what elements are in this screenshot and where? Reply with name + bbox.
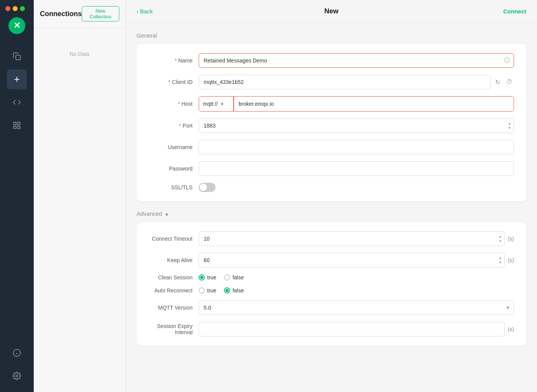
svg-point-10 [16, 375, 18, 377]
svg-rect-6 [18, 126, 20, 128]
auto-reconnect-true-option[interactable]: true [199, 287, 216, 294]
password-label: Password [149, 166, 199, 172]
clock-icon[interactable]: ⏱ [505, 79, 514, 85]
ssl-tls-row: SSL/TLS [149, 183, 514, 192]
main-content: ‹ Back New Connect General *Name ⓘ [126, 0, 537, 392]
clean-session-label: Clean Session [149, 274, 199, 280]
clean-session-radio-group: true false [199, 274, 244, 280]
timeout-spinner: ▲ ▼ [497, 235, 503, 243]
collapse-icon[interactable]: ▲ [165, 211, 169, 217]
clean-session-false-option[interactable]: false [224, 274, 244, 280]
toggle-knob [199, 184, 207, 191]
sidebar-item-connections[interactable] [7, 46, 27, 66]
password-row: Password [149, 161, 514, 176]
username-row: Username [149, 140, 514, 154]
page-title: New [324, 7, 338, 15]
connect-button[interactable]: Connect [503, 8, 526, 15]
port-input[interactable] [199, 118, 514, 133]
back-chevron-icon: ‹ [137, 8, 138, 15]
keep-alive-row: Keep Alive ▲ ▼ (s) [149, 253, 514, 267]
auto-reconnect-row: Auto Reconnect true false [149, 287, 514, 294]
sidebar-item-info[interactable] [7, 343, 27, 363]
back-button[interactable]: ‹ Back [137, 8, 153, 15]
keep-alive-wrapper: ▲ ▼ [199, 253, 505, 267]
info-icon [13, 349, 21, 357]
connect-timeout-label: Connect Timeout [149, 236, 199, 242]
sidebar-nav [7, 43, 27, 343]
clean-session-true-radio[interactable] [199, 274, 205, 280]
keepalive-down-btn[interactable]: ▼ [497, 261, 503, 265]
session-expiry-unit: (s) [508, 326, 514, 332]
clean-session-true-option[interactable]: true [199, 274, 216, 280]
mqtt-version-select-wrapper: 3.1 3.1.1 5.0 ▼ [199, 300, 514, 315]
code-icon [13, 98, 21, 107]
mqtt-version-select[interactable]: 3.1 3.1.1 5.0 [199, 300, 514, 315]
ssl-tls-toggle[interactable] [199, 183, 216, 192]
svg-rect-0 [16, 55, 20, 60]
connect-timeout-input[interactable] [199, 231, 505, 246]
no-data-label: No Data [34, 51, 125, 57]
svg-rect-4 [18, 122, 20, 125]
port-spinner: ▲ ▼ [507, 121, 512, 130]
host-row: *Host mqtt:// ▼ [149, 96, 514, 112]
host-label: *Host [149, 101, 199, 107]
auto-reconnect-false-option[interactable]: false [224, 287, 244, 294]
left-panel: Connections New Collection No Data [34, 0, 126, 392]
name-input-wrapper: ⓘ [199, 53, 514, 68]
timeout-up-btn[interactable]: ▲ [497, 235, 503, 239]
client-id-group: ↻ ⏱ [199, 75, 514, 89]
sidebar-item-add[interactable] [7, 69, 27, 89]
port-input-wrapper: ▲ ▼ [199, 118, 514, 133]
mqtt-version-row: MQTT Version 3.1 3.1.1 5.0 ▼ [149, 300, 514, 315]
session-expiry-label: Session Expiry Interval [149, 323, 199, 335]
info-icon[interactable]: ⓘ [504, 57, 510, 65]
timeout-unit: (s) [508, 236, 514, 242]
auto-reconnect-radio-group: true false [199, 287, 244, 294]
client-id-label: *Client ID [149, 79, 199, 85]
host-protocol-selector[interactable]: mqtt:// ▼ [199, 97, 234, 111]
advanced-section-title: Advanced [137, 210, 162, 217]
timeout-down-btn[interactable]: ▼ [497, 239, 503, 243]
session-expiry-row: Session Expiry Interval (s) [149, 322, 514, 336]
sidebar-item-settings[interactable] [7, 366, 27, 386]
connections-title: Connections [40, 10, 82, 18]
port-up-btn[interactable]: ▲ [507, 121, 512, 126]
protocol-chevron-icon: ▼ [220, 102, 224, 106]
keep-alive-input[interactable] [199, 253, 505, 267]
content-area: General *Name ⓘ *Client ID ↻ [126, 23, 537, 392]
clean-session-false-radio[interactable] [224, 274, 230, 280]
sidebar-item-scripts[interactable] [7, 92, 27, 112]
app-logo[interactable]: ✕ [8, 17, 25, 34]
client-id-input[interactable] [199, 75, 491, 89]
name-input[interactable] [199, 53, 514, 68]
topbar: ‹ Back New Connect [126, 0, 537, 23]
auto-reconnect-true-radio[interactable] [199, 287, 205, 294]
keepalive-spinner: ▲ ▼ [497, 256, 503, 265]
gear-icon [13, 372, 21, 380]
refresh-icon[interactable]: ↻ [494, 79, 502, 86]
svg-rect-5 [14, 126, 16, 128]
ssl-tls-label: SSL/TLS [149, 184, 199, 190]
ssl-tls-toggle-wrapper [199, 183, 216, 192]
password-input[interactable] [199, 161, 514, 176]
connect-timeout-wrapper: ▲ ▼ [199, 231, 505, 246]
general-section-title: General [137, 32, 526, 39]
host-input[interactable] [234, 97, 514, 111]
left-panel-header: Connections New Collection [34, 0, 125, 28]
port-down-btn[interactable]: ▼ [507, 126, 512, 130]
auto-reconnect-false-label: false [232, 287, 244, 294]
session-expiry-input[interactable] [199, 322, 505, 336]
host-group: mqtt:// ▼ [199, 96, 514, 112]
general-form-card: *Name ⓘ *Client ID ↻ ⏱ [137, 44, 526, 201]
auto-reconnect-false-radio[interactable] [224, 287, 230, 294]
name-label: *Name [149, 57, 199, 64]
plus-icon [13, 75, 21, 84]
new-collection-button[interactable]: New Collection [82, 6, 119, 21]
auto-reconnect-label: Auto Reconnect [149, 287, 199, 294]
close-button[interactable] [5, 6, 10, 11]
sidebar-item-benchmark[interactable] [7, 115, 27, 135]
keepalive-up-btn[interactable]: ▲ [497, 256, 503, 260]
username-input[interactable] [199, 140, 514, 154]
maximize-button[interactable] [20, 6, 25, 11]
minimize-button[interactable] [13, 6, 18, 11]
